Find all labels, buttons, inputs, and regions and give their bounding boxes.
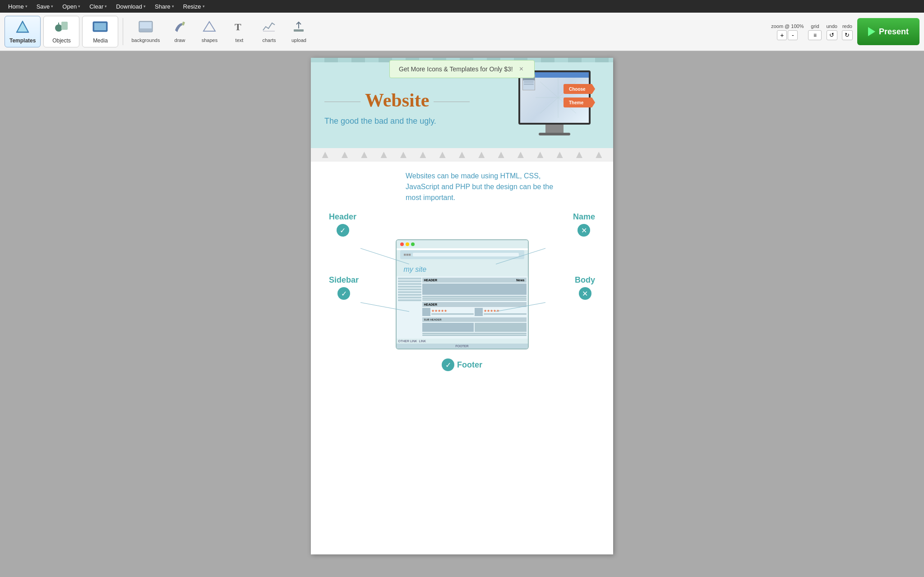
sep-icon-8 <box>459 152 465 158</box>
notification-close-button[interactable]: × <box>517 64 525 74</box>
undo-button[interactable]: ↺ <box>827 30 837 40</box>
sep-icon-6 <box>420 152 426 158</box>
zoom-control: zoom @ 100% + - <box>771 23 804 40</box>
grid-button[interactable]: ≡ <box>808 30 822 40</box>
browser-mockup: ■■■ my site <box>396 239 529 349</box>
theme-button[interactable]: Theme <box>564 98 595 107</box>
present-label: Present <box>879 27 909 37</box>
text-label: text <box>236 37 244 43</box>
backgrounds-icon <box>138 20 153 36</box>
footer-check-icon: ✓ <box>442 358 454 371</box>
toolbar: Templates Objects Media <box>0 13 924 51</box>
notification-banner: Get More Icons & Templates for Only $3! … <box>389 60 535 78</box>
grid-label: grid <box>811 23 819 29</box>
notification-text: Get More Icons & Templates for Only $3! <box>399 65 513 73</box>
present-triangle-icon <box>868 27 875 36</box>
sep-icon-9 <box>478 152 485 158</box>
undo-label: undo <box>826 23 837 29</box>
browser-dot-yellow <box>406 242 409 246</box>
menu-save[interactable]: Save ▾ <box>33 2 57 11</box>
slide-header-text: Website The good the bad and the ugly. <box>324 80 527 126</box>
browser-section-3: SUB HEADER <box>422 317 527 336</box>
home-arrow: ▾ <box>25 4 28 9</box>
objects-button[interactable]: Objects <box>43 16 79 47</box>
redo-label: redo <box>842 23 852 29</box>
menu-resize[interactable]: Resize ▾ <box>180 2 208 11</box>
sep-icon-2 <box>342 152 348 158</box>
toolbar-right: zoom @ 100% + - grid ≡ undo ↺ redo <box>771 18 919 45</box>
media-icon <box>92 20 108 37</box>
sep-icon-11 <box>517 152 524 158</box>
main-area: Get More Icons & Templates for Only $3! … <box>0 51 924 577</box>
menu-share[interactable]: Share ▾ <box>151 2 178 11</box>
text-button[interactable]: T text <box>226 16 253 47</box>
browser-titlebar <box>397 240 528 248</box>
slide-canvas: Website The good the bad and the ugly. <box>311 58 613 554</box>
share-arrow: ▾ <box>172 4 174 9</box>
upload-icon <box>292 20 305 36</box>
present-button[interactable]: Present <box>857 18 919 45</box>
browser-address-bar: ■■■ <box>400 250 524 259</box>
draw-button[interactable]: draw <box>166 16 193 47</box>
browser-section-1: HEADER News <box>422 278 527 301</box>
svg-line-20 <box>540 98 558 113</box>
draw-icon <box>173 20 186 36</box>
content-description: Websites can be made using HTML, CSS, Ja… <box>406 171 554 203</box>
objects-label: Objects <box>52 37 71 44</box>
sep-icon-5 <box>400 152 407 158</box>
zoom-buttons: + - <box>777 30 798 40</box>
sep-icon-1 <box>322 152 328 158</box>
monitor-base <box>539 133 570 135</box>
sep-icon-10 <box>498 152 504 158</box>
browser-address-text: ■■■ <box>404 252 411 257</box>
slide-subtitle: The good the bad and the ugly. <box>324 116 527 126</box>
menu-open[interactable]: Open ▾ <box>59 2 84 11</box>
objects-icon <box>53 20 69 37</box>
zoom-label: zoom @ 100% <box>771 23 804 29</box>
monitor-stand <box>545 125 564 133</box>
header-check-icon: ✓ <box>337 224 349 237</box>
sep-icon-4 <box>381 152 387 158</box>
undo-control: undo ↺ <box>826 23 837 40</box>
browser-footer: FOOTER <box>397 344 528 349</box>
charts-button[interactable]: charts <box>255 16 282 47</box>
toolbar-divider-1 <box>123 18 123 45</box>
menu-home[interactable]: Home ▾ <box>5 2 31 11</box>
shapes-icon <box>203 20 216 36</box>
menu-clear[interactable]: Clear ▾ <box>86 2 111 11</box>
zoom-plus-button[interactable]: + <box>777 30 787 40</box>
templates-button[interactable]: Templates <box>5 16 41 47</box>
sep-icon-14 <box>576 152 582 158</box>
choose-button[interactable]: Choose <box>564 84 595 94</box>
name-label: Name <box>573 212 595 222</box>
text-icon: T <box>232 20 246 36</box>
footer-label: Footer <box>457 360 482 370</box>
shapes-button[interactable]: shapes <box>196 16 223 47</box>
name-x-icon: ✕ <box>578 224 590 237</box>
svg-marker-10 <box>203 22 215 31</box>
separator-row <box>311 148 613 162</box>
footer-label-area: ✓ Footer <box>324 358 600 371</box>
charts-label: charts <box>262 37 276 43</box>
svg-rect-14 <box>294 29 304 32</box>
zoom-minus-button[interactable]: - <box>788 30 798 40</box>
templates-label: Templates <box>9 37 36 44</box>
svg-rect-9 <box>182 22 185 26</box>
diagram-section: Header ✓ Name ✕ Sidebar ✓ <box>324 212 600 371</box>
backgrounds-button[interactable]: backgrounds <box>128 16 163 47</box>
sidebar-label: Sidebar <box>329 275 359 285</box>
media-button[interactable]: Media <box>82 16 118 47</box>
browser-main: HEADER News <box>422 278 527 337</box>
svg-line-22 <box>540 82 558 98</box>
open-arrow: ▾ <box>78 4 80 9</box>
redo-button[interactable]: ↻ <box>842 30 853 40</box>
charts-icon <box>262 20 276 36</box>
header-label: Header <box>329 212 356 222</box>
body-x-icon: ✕ <box>579 287 591 300</box>
body-label: Body <box>575 275 595 285</box>
sep-icon-15 <box>596 152 602 158</box>
redo-control: redo ↻ <box>842 23 853 40</box>
menu-download[interactable]: Download ▾ <box>112 2 149 11</box>
upload-button[interactable]: upload <box>285 16 312 47</box>
browser-section-2: HEADER ★★★★★ <box>422 302 527 316</box>
